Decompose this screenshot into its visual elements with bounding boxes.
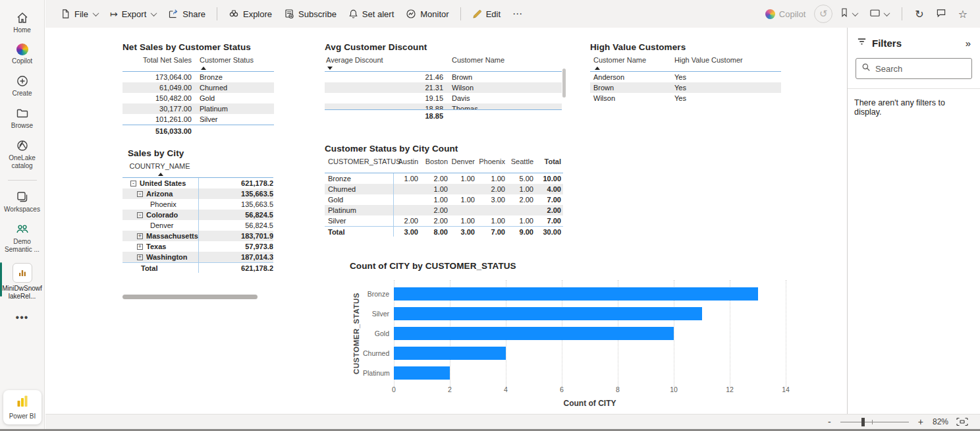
zoom-slider-handle[interactable]	[861, 418, 865, 426]
set-alert-button[interactable]: Set alert	[342, 5, 400, 23]
table-row[interactable]: 61,049.00Churned	[122, 82, 274, 93]
copilot-icon	[765, 9, 775, 19]
cell-label: Bronze	[325, 175, 395, 183]
visual-sales-by-city: Sales by City COUNTRY_NAME Sum of SALES_…	[122, 148, 273, 273]
collapse-icon[interactable]: -	[137, 212, 143, 218]
sidebar-item-workspaces[interactable]: Workspaces	[0, 186, 45, 218]
refresh-icon: ↻	[915, 8, 923, 20]
bar-churned[interactable]	[394, 347, 506, 360]
search-input[interactable]	[875, 64, 961, 74]
horizontal-scrollbar[interactable]	[122, 295, 258, 299]
collapse-pane-icon[interactable]: »	[964, 38, 972, 49]
sidebar-item-create[interactable]: Create	[0, 70, 45, 102]
sidebar-item-browse[interactable]: Browse	[0, 102, 45, 134]
visual-title: Customer Status by City Count	[325, 144, 563, 154]
favorite-button[interactable]: ☆	[954, 4, 972, 24]
plus-circle-icon	[16, 74, 29, 88]
column-header[interactable]: Customer Name	[590, 56, 674, 70]
copilot-button[interactable]: Copilot	[759, 5, 811, 23]
table-row[interactable]: Platinum2.002.00	[325, 205, 563, 216]
table-row[interactable]: 21.46Brown	[325, 72, 562, 82]
sidebar-more-icon[interactable]: •••	[16, 305, 29, 330]
sidebar-item-label: Browse	[11, 122, 33, 130]
cell-label: Wilson	[590, 94, 674, 102]
reset-view-button[interactable]: ↺	[814, 5, 832, 23]
table-row[interactable]: BrownYes	[590, 82, 781, 93]
bar-silver[interactable]	[394, 307, 702, 320]
table-row[interactable]: Gold1.001.003.002.007.00	[325, 194, 563, 205]
column-header[interactable]: Total Net Sales	[122, 56, 192, 65]
table-row[interactable]: WilsonYes	[590, 93, 781, 103]
table-row[interactable]: 19.15Davis	[325, 93, 562, 103]
table-row[interactable]: 101,261.00Silver	[122, 114, 274, 125]
sidebar-item-demo-semantic[interactable]: Demo Semantic ...	[0, 218, 45, 258]
expand-icon[interactable]: +	[137, 233, 143, 239]
sidebar-item-minidw-report[interactable]: MiniDwSnowflakeRel...	[0, 258, 45, 305]
top-toolbar: File ↦ Export Share Explore Subscribe Se…	[45, 0, 980, 28]
column-header[interactable]: High Value Customer	[674, 56, 781, 65]
expand-icon[interactable]: +	[137, 254, 143, 260]
column-header[interactable]: Sum of SALES_AMOUN	[194, 162, 273, 171]
file-button[interactable]: File	[55, 5, 104, 23]
cell-value: 7.00	[533, 196, 561, 204]
bar-gold[interactable]	[394, 327, 674, 340]
sidebar-item-copilot[interactable]: Copilot	[0, 39, 45, 70]
cell-value: 1.00	[418, 185, 448, 193]
table-row[interactable]: 173,064.00Bronze	[122, 72, 274, 82]
expand-icon[interactable]: +	[137, 244, 143, 250]
collapse-icon[interactable]: -	[130, 181, 136, 187]
edit-button[interactable]: Edit	[466, 5, 506, 23]
table-row[interactable]: 21.31Wilson	[325, 82, 562, 93]
bookmarks-button[interactable]	[835, 3, 862, 24]
fit-to-page-button[interactable]	[956, 417, 968, 426]
bar-platinum[interactable]	[394, 366, 450, 380]
cell-value: 21.46	[325, 73, 443, 81]
column-header[interactable]: CUSTOMER_STATUS	[325, 158, 395, 167]
filters-search[interactable]	[856, 58, 972, 79]
table-row[interactable]: Bronze1.002.001.001.005.0010.00	[325, 173, 563, 184]
comments-button[interactable]	[931, 4, 951, 24]
table-row[interactable]: 150,482.00Gold	[122, 93, 274, 103]
refresh-button[interactable]: ↻	[910, 4, 928, 24]
cell-label: Churned	[325, 185, 395, 193]
zoom-out-button[interactable]: -	[827, 417, 832, 426]
table-row[interactable]: Silver2.002.001.001.001.007.00	[325, 216, 563, 226]
column-header[interactable]: Boston	[418, 158, 448, 167]
reset-icon: ↺	[819, 8, 828, 20]
column-header[interactable]: COUNTRY_NAME	[122, 162, 194, 176]
column-header[interactable]: Customer Status	[192, 56, 274, 70]
visual-high-value-customers: High Value Customers Customer Name High …	[590, 42, 781, 103]
collapse-icon[interactable]: -	[137, 191, 143, 197]
table-row[interactable]: Churned1.002.001.004.00	[325, 184, 563, 194]
column-header[interactable]: Seattle	[505, 158, 533, 167]
cell-value: 56,824.5	[199, 211, 273, 219]
more-options-button[interactable]: ⋯	[506, 4, 529, 24]
vertical-scrollbar[interactable]	[562, 69, 566, 98]
cell-value: 18.88	[325, 105, 443, 109]
power-bi-logo[interactable]: Power BI	[3, 390, 41, 424]
zoom-in-button[interactable]: +	[917, 417, 925, 426]
export-button[interactable]: ↦ Export	[104, 5, 162, 23]
subscribe-button[interactable]: Subscribe	[278, 5, 342, 23]
view-mode-button[interactable]	[865, 4, 894, 24]
sidebar-item-home[interactable]: Home	[0, 7, 45, 39]
column-header[interactable]: Customer Name	[443, 56, 562, 65]
sidebar-item-onelake-catalog[interactable]: OneLake catalog	[0, 134, 45, 175]
table-row[interactable]: Total3.008.003.007.009.0030.00	[325, 226, 563, 237]
column-header[interactable]: Total	[533, 158, 561, 167]
visual-net-sales: Net Sales by Customer Status Total Net S…	[122, 42, 274, 136]
zoom-slider[interactable]	[840, 417, 909, 426]
monitor-button[interactable]: Monitor	[400, 5, 454, 23]
column-header[interactable]: Austin	[395, 158, 418, 167]
bar-bronze[interactable]	[394, 287, 758, 301]
explore-label: Explore	[243, 9, 272, 19]
table-row[interactable]: 30,177.00Platinum	[122, 103, 274, 114]
visual-title: High Value Customers	[590, 42, 781, 52]
share-button[interactable]: Share	[162, 5, 211, 23]
column-header[interactable]: Phoenix	[475, 158, 505, 167]
table-row[interactable]: 18.88Thomas	[325, 103, 562, 109]
column-header[interactable]: Average Discount	[325, 56, 443, 70]
column-header[interactable]: Denver	[448, 158, 475, 167]
explore-button[interactable]: Explore	[223, 5, 278, 23]
table-row[interactable]: AndersonYes	[590, 72, 781, 82]
